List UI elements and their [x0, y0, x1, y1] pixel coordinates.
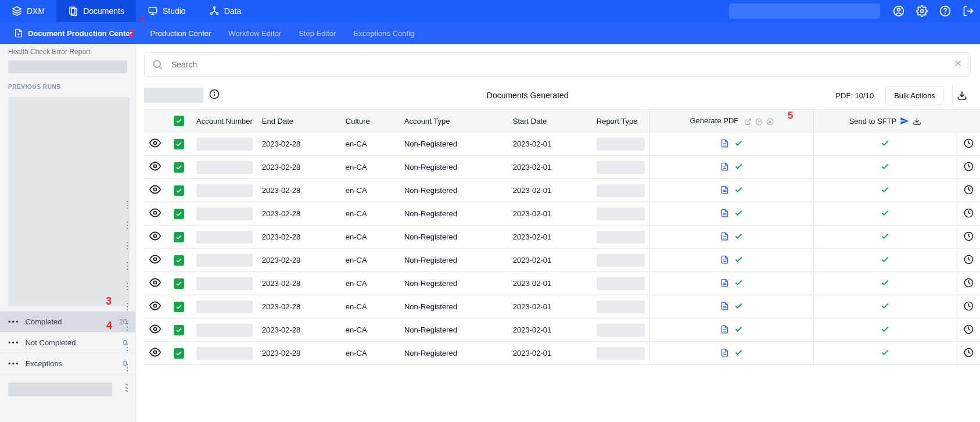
cell-send-sftp — [814, 133, 957, 156]
nav-dxm[interactable]: DXM — [0, 0, 56, 22]
search-input[interactable] — [170, 59, 946, 70]
history-button[interactable] — [964, 188, 974, 196]
summary-row: Documents Generated PDF: 10/10 Bulk Acti… — [144, 85, 971, 106]
th-account-number[interactable]: Account Number — [192, 110, 257, 133]
run-item-menu[interactable]: ⋮ — [123, 362, 132, 373]
history-button[interactable] — [964, 234, 974, 243]
clear-search-button[interactable] — [953, 58, 963, 71]
pdf-file-button[interactable] — [720, 350, 729, 359]
tab-step-editor[interactable]: Step Editor — [299, 29, 336, 38]
history-button[interactable] — [964, 211, 974, 220]
history-button[interactable] — [964, 281, 974, 289]
row-checkbox[interactable] — [174, 185, 184, 196]
select-all-checkbox[interactable] — [174, 116, 184, 126]
th-start-date[interactable]: Start Date — [508, 110, 592, 133]
file-icon — [720, 278, 729, 287]
gear-icon — [916, 5, 928, 17]
history-button[interactable] — [964, 304, 974, 313]
row-checkbox[interactable] — [174, 278, 184, 289]
history-button[interactable] — [964, 327, 974, 336]
pdf-status-ok — [734, 164, 743, 173]
eye-icon — [149, 184, 161, 195]
row-checkbox[interactable] — [174, 255, 184, 266]
pdf-file-button[interactable] — [720, 257, 729, 266]
preview-button[interactable] — [149, 212, 161, 220]
pdf-file-button[interactable] — [720, 303, 729, 312]
info-button[interactable] — [209, 89, 220, 102]
cell-culture: en-CA — [341, 156, 400, 179]
cell-generate-pdf — [650, 272, 814, 295]
preview-button[interactable] — [149, 281, 161, 290]
preview-button[interactable] — [149, 188, 161, 197]
run-item-menu[interactable]: ⋮ — [123, 301, 132, 312]
pdf-file-button[interactable] — [720, 210, 729, 219]
tab-exceptions-config[interactable]: Exceptions Config — [353, 29, 414, 38]
run-item-menu[interactable]: ⋮ — [123, 281, 132, 292]
pdf-file-button[interactable] — [720, 187, 729, 196]
help-button[interactable] — [934, 0, 957, 22]
tab-production-center[interactable]: Production Center — [150, 29, 211, 38]
th-send-to-sftp[interactable]: Send to SFTP — [814, 110, 957, 133]
th-culture[interactable]: Culture — [341, 110, 400, 133]
run-item-menu[interactable]: ⋮ — [123, 321, 132, 332]
preview-button[interactable] — [149, 305, 161, 313]
nav-documents[interactable]: Documents — [56, 0, 136, 22]
cell-end-date: 2023-02-28 — [257, 156, 341, 179]
preview-button[interactable] — [149, 165, 161, 174]
table-row: 2023-02-28 en-CA Non-Registered 2023-02-… — [144, 156, 980, 179]
th-report-type[interactable]: Report Type — [592, 110, 650, 133]
history-button[interactable] — [964, 141, 974, 150]
preview-button[interactable] — [149, 328, 161, 337]
pdf-file-button[interactable] — [720, 164, 729, 173]
pdf-file-button[interactable] — [720, 141, 729, 149]
history-button[interactable] — [964, 351, 974, 359]
pdf-file-button[interactable] — [720, 327, 729, 335]
preview-button[interactable] — [149, 142, 161, 151]
check-icon — [881, 348, 889, 357]
nav-data[interactable]: Data — [198, 0, 253, 22]
logout-button[interactable] — [957, 0, 980, 22]
nav-studio[interactable]: Studio — [136, 0, 198, 22]
row-checkbox[interactable] — [174, 139, 184, 149]
status-not-completed[interactable]: ••• Not Completed 0 — [0, 332, 135, 353]
tab-workflow-editor[interactable]: Workflow Editor — [228, 29, 281, 38]
pdf-file-button[interactable] — [720, 234, 729, 242]
run-item-menu[interactable]: ⋮ — [123, 342, 132, 353]
preview-button[interactable] — [149, 351, 161, 360]
row-checkbox[interactable] — [174, 348, 184, 359]
history-button[interactable] — [964, 258, 974, 266]
row-checkbox[interactable] — [174, 302, 184, 312]
run-item-menu[interactable]: ⋮ — [123, 382, 132, 394]
th-generate-pdf[interactable]: Generate PDF — [650, 110, 814, 133]
documents-icon — [68, 6, 78, 16]
run-item-menu[interactable]: ⋮ — [123, 260, 132, 271]
run-item-menu[interactable]: ⋮ — [123, 240, 132, 251]
cell-start-date: 2023-02-01 — [508, 202, 592, 226]
bulk-actions-button[interactable]: Bulk Actions — [885, 86, 944, 105]
row-checkbox[interactable] — [174, 162, 184, 173]
preview-button[interactable] — [149, 235, 161, 244]
settings-button[interactable] — [910, 0, 934, 22]
row-checkbox[interactable] — [174, 209, 184, 219]
status-exceptions[interactable]: ••• Exceptions 0 — [0, 353, 135, 374]
svg-point-56 — [154, 305, 157, 307]
status-completed[interactable]: ••• Completed 10 — [0, 311, 135, 332]
sftp-status-ok — [881, 327, 889, 335]
th-account-type[interactable]: Account Type — [400, 110, 508, 133]
global-search[interactable] — [729, 3, 880, 19]
profile-button[interactable] — [887, 0, 910, 22]
sidebar-placeholder-top — [8, 60, 127, 73]
run-item-menu[interactable]: ⋮ — [123, 199, 132, 210]
row-checkbox[interactable] — [174, 232, 184, 242]
history-button[interactable] — [964, 164, 974, 173]
svg-point-64 — [154, 351, 157, 354]
th-end-date[interactable]: End Date — [257, 110, 341, 133]
pdf-file-button[interactable] — [720, 280, 729, 289]
preview-button[interactable] — [149, 258, 161, 267]
report-type-placeholder — [597, 208, 645, 220]
eye-icon — [149, 300, 161, 312]
cell-generate-pdf — [650, 202, 814, 226]
run-item-menu[interactable]: ⋮ — [123, 220, 132, 231]
row-checkbox[interactable] — [174, 325, 184, 335]
download-all-button[interactable] — [952, 85, 971, 106]
